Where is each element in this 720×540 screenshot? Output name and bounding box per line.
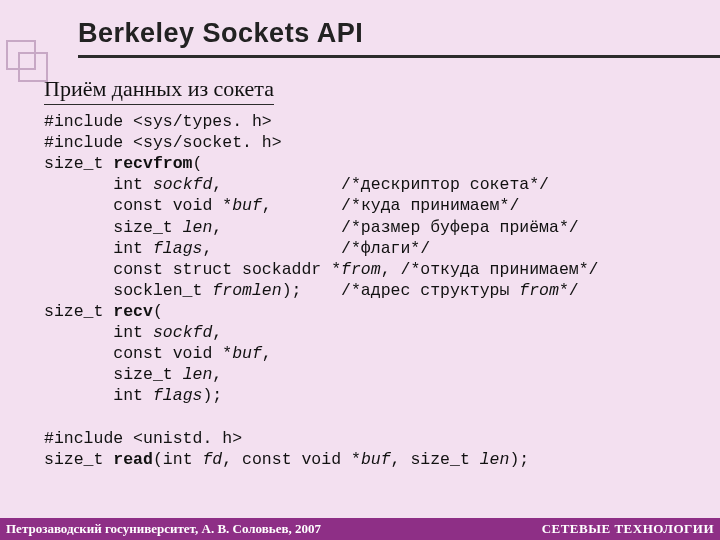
code-text: , /*размер буфера приёма*/ — [212, 218, 578, 237]
code-func: read — [113, 450, 153, 469]
title-area: Berkeley Sockets API — [0, 0, 720, 58]
footer-bar: Петрозаводский госуниверситет, А. В. Сол… — [0, 518, 720, 540]
code-param: len — [480, 450, 510, 469]
code-text: size_t — [44, 450, 113, 469]
code-func: recvfrom — [113, 154, 192, 173]
code-text: , /*флаги*/ — [202, 239, 430, 258]
code-text: const struct sockaddr * — [44, 260, 341, 279]
code-text: size_t — [44, 302, 113, 321]
code-text: (int — [153, 450, 203, 469]
code-text: size_t — [44, 154, 113, 173]
code-param: sockfd — [153, 175, 212, 194]
code-param: sockfd — [153, 323, 212, 342]
code-text: ( — [153, 302, 163, 321]
code-text: , — [212, 323, 222, 342]
slide: Berkeley Sockets API Приём данных из сок… — [0, 0, 720, 540]
footer-right: СЕТЕВЫЕ ТЕХНОЛОГИИ — [542, 521, 714, 537]
code-text: */ — [559, 281, 579, 300]
code-line: #include <sys/socket. h> — [44, 133, 282, 152]
code-text: ); — [202, 386, 222, 405]
code-func: recv — [113, 302, 153, 321]
code-text: size_t — [44, 218, 183, 237]
code-param: from — [519, 281, 559, 300]
code-block: #include <sys/types. h> #include <sys/so… — [44, 111, 690, 470]
code-text: const void * — [44, 344, 232, 363]
code-text: , — [262, 344, 272, 363]
code-text: ( — [193, 154, 203, 173]
code-param: buf — [232, 344, 262, 363]
code-text: int — [44, 175, 153, 194]
code-text: socklen_t — [44, 281, 212, 300]
code-text: , /*куда принимаем*/ — [262, 196, 519, 215]
code-line: #include <unistd. h> — [44, 429, 242, 448]
section-subtitle: Приём данных из сокета — [44, 76, 274, 105]
code-text: ); /*адрес структуры — [282, 281, 520, 300]
code-param: flags — [153, 386, 203, 405]
title-underline — [78, 55, 720, 58]
code-text: int — [44, 386, 153, 405]
code-text: , const void * — [222, 450, 361, 469]
code-line: #include <sys/types. h> — [44, 112, 272, 131]
code-text: , size_t — [391, 450, 480, 469]
code-param: len — [183, 218, 213, 237]
footer-left: Петрозаводский госуниверситет, А. В. Сол… — [6, 521, 321, 537]
code-text: , /*откуда принимаем*/ — [381, 260, 599, 279]
code-param: fd — [202, 450, 222, 469]
code-param: buf — [232, 196, 262, 215]
code-param: from — [341, 260, 381, 279]
content-area: Приём данных из сокета #include <sys/typ… — [0, 58, 720, 470]
code-text: int — [44, 323, 153, 342]
code-text: ); — [509, 450, 529, 469]
code-text: const void * — [44, 196, 232, 215]
code-text: int — [44, 239, 153, 258]
slide-title: Berkeley Sockets API — [78, 18, 720, 49]
code-text: size_t — [44, 365, 183, 384]
code-param: fromlen — [212, 281, 281, 300]
code-param: len — [183, 365, 213, 384]
code-text: , — [212, 365, 222, 384]
code-param: flags — [153, 239, 203, 258]
code-param: buf — [361, 450, 391, 469]
code-text: , /*дескриптор сокета*/ — [212, 175, 549, 194]
